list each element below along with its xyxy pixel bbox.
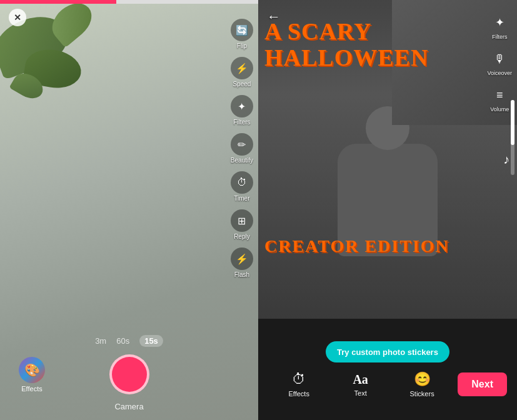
close-button[interactable]: ✕ [9, 9, 26, 26]
beautify-label: Beautify [231, 157, 253, 164]
speed-button[interactable]: ⚡ Speed [231, 57, 253, 88]
creator-edition: CREATOR EDITION [264, 237, 486, 256]
reply-icon: ⊞ [231, 209, 253, 232]
camera-label: Camera [114, 402, 143, 411]
flip-label: Flip [237, 42, 247, 49]
filters-icon: ✦ [231, 95, 253, 118]
timer-icon: ⏱ [231, 171, 253, 194]
text-tool-icon: Aa [353, 372, 368, 387]
record-button[interactable] [109, 354, 149, 394]
beautify-button[interactable]: ✏ Beautify [231, 133, 253, 164]
filters-button[interactable]: ✦ Filters [231, 95, 253, 126]
volume-fill [511, 100, 514, 145]
camera-panel: ✕ 🔄 Flip ⚡ Speed ✦ Filters ✏ Beautify ⏱ … [0, 0, 258, 420]
volume-label: Volume [490, 106, 509, 112]
effects-button[interactable]: 🎨 Effects [19, 357, 45, 392]
back-button[interactable]: ← [267, 9, 281, 25]
flip-button[interactable]: 🔄 Flip [231, 19, 253, 49]
voiceover-label: Voiceover [487, 70, 512, 76]
volume-icon: ≡ [489, 85, 509, 105]
title-line2: HALLOWEEN [264, 45, 486, 71]
effects-icon: 🎨 [19, 357, 45, 383]
stickers-tool-icon: 😊 [414, 371, 431, 388]
next-button[interactable]: Next [458, 372, 507, 396]
effects-label: Effects [21, 385, 42, 392]
editor-filters-button[interactable]: ✦ Filters [489, 12, 509, 40]
volume-button[interactable]: ≡ Volume [489, 85, 509, 112]
timer-button[interactable]: ⏱ Timer [231, 171, 253, 202]
flash-button[interactable]: ⚡ Flash [231, 248, 253, 278]
halloween-title: A SCARY HALLOWEEN [264, 19, 486, 71]
editor-bottom-bar: Try custom photo stickers ⏱ Effects Aa T… [258, 319, 517, 420]
effects-tool-label: Effects [289, 390, 309, 398]
duration-60s[interactable]: 60s [116, 336, 129, 346]
speed-label: Speed [233, 81, 251, 88]
text-tool-button[interactable]: Aa Text [329, 372, 391, 397]
duration-3m[interactable]: 3m [95, 336, 106, 346]
editor-video-area: A SCARY HALLOWEEN CREATOR EDITION ← ✦ Fi… [258, 0, 517, 319]
reply-button[interactable]: ⊞ Reply [231, 209, 253, 240]
editor-filters-label: Filters [492, 34, 508, 40]
filters-label: Filters [233, 119, 250, 126]
camera-toolbar: 🔄 Flip ⚡ Speed ✦ Filters ✏ Beautify ⏱ Ti… [231, 19, 253, 278]
sticker-banner-text: Try custom photo stickers [337, 348, 438, 357]
editor-filters-icon: ✦ [489, 12, 509, 32]
recording-progress-bar [0, 0, 258, 4]
voiceover-icon: 🎙 [489, 49, 509, 69]
speed-icon: ⚡ [231, 57, 253, 79]
text-tool-label: Text [354, 389, 367, 397]
timer-label: Timer [234, 195, 249, 202]
stickers-tool-label: Stickers [410, 390, 434, 398]
editor-panel: A SCARY HALLOWEEN CREATOR EDITION ← ✦ Fi… [258, 0, 517, 420]
duration-15s[interactable]: 15s [139, 335, 163, 347]
voiceover-button[interactable]: 🎙 Voiceover [487, 49, 512, 76]
reply-label: Reply [234, 233, 250, 240]
beautify-icon: ✏ [231, 133, 253, 156]
record-row: 🎨 Effects [0, 354, 258, 394]
flash-label: Flash [234, 271, 249, 278]
flip-icon: 🔄 [231, 19, 253, 41]
flash-icon: ⚡ [231, 248, 253, 270]
effects-tool-icon: ⏱ [292, 371, 306, 388]
music-note-button[interactable]: ♪ [503, 152, 509, 167]
sticker-banner[interactable]: Try custom photo stickers [326, 341, 449, 362]
bottom-tools-row: ⏱ Effects Aa Text 😊 Stickers Next [258, 371, 517, 398]
duration-controls: 3m 60s 15s [95, 335, 163, 347]
creator-edition-text: CREATOR EDITION [264, 237, 486, 256]
title-line1: A SCARY [264, 19, 486, 45]
editor-toolbar: ✦ Filters 🎙 Voiceover ≡ Volume [487, 12, 512, 112]
stickers-tool-button[interactable]: 😊 Stickers [391, 371, 453, 398]
volume-indicator [511, 100, 514, 175]
effects-tool-button[interactable]: ⏱ Effects [268, 371, 329, 398]
camera-bottom-controls: 3m 60s 15s 🎨 Effects Camera [0, 345, 258, 420]
